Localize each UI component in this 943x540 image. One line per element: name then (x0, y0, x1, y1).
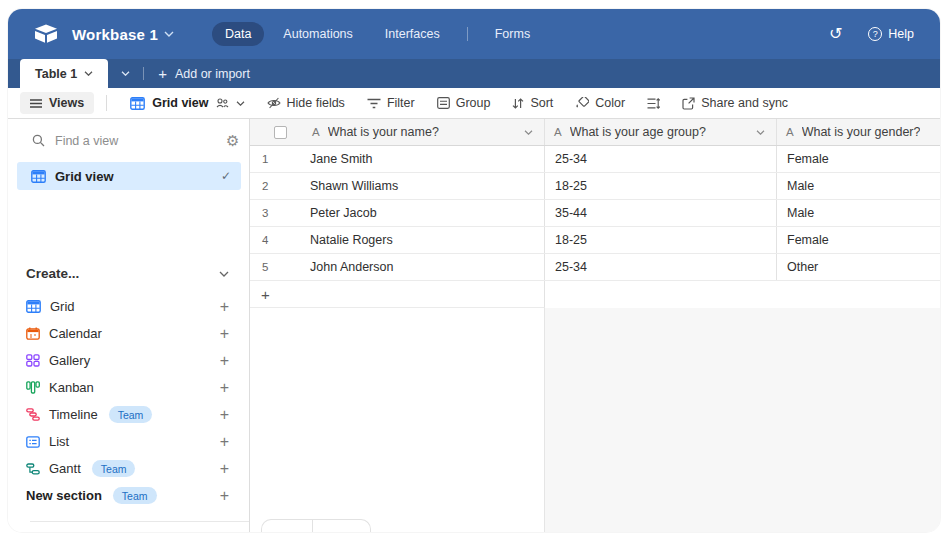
cell-age-group[interactable]: 18-25 (555, 233, 587, 247)
help-button[interactable]: ? Help (868, 27, 914, 41)
hide-fields-button[interactable]: Hide fields (267, 96, 345, 110)
column-header-gender[interactable]: A What is your gender? (777, 119, 940, 145)
table-row[interactable]: 1Jane Smith 25-34 Female (250, 146, 940, 173)
cell-name[interactable]: Peter Jacob (310, 206, 377, 220)
column-header-age-group[interactable]: A What is your age group? (545, 119, 777, 145)
gantt-icon (26, 463, 40, 475)
cell-name[interactable]: Natalie Rogers (310, 233, 393, 247)
plus-icon[interactable]: + (220, 353, 229, 369)
column-header-name[interactable]: A What is your name? (250, 119, 545, 145)
cell-gender[interactable]: Male (787, 206, 814, 220)
create-item-new-section[interactable]: New section Team + (8, 482, 249, 509)
cell-age-group[interactable]: 25-34 (555, 152, 587, 166)
share-and-sync-button[interactable]: Share and sync (682, 96, 788, 110)
search-icon (32, 134, 45, 147)
create-item-label: Gallery (49, 353, 90, 368)
bottom-toolbar-remnant[interactable] (261, 519, 371, 532)
create-item-list[interactable]: List + (8, 428, 249, 455)
grid-area: A What is your name? A What is your age … (250, 119, 940, 532)
cell-name[interactable]: Jane Smith (310, 152, 373, 166)
base-title[interactable]: Workbase 1 (72, 26, 158, 43)
row-height-icon (647, 98, 660, 109)
plus-icon[interactable]: + (220, 299, 229, 315)
nav-tab-data[interactable]: Data (212, 22, 264, 46)
topbar-right: ↺ ? Help (829, 26, 914, 42)
filter-button[interactable]: Filter (367, 96, 415, 110)
row-height-button[interactable] (647, 98, 660, 109)
create-item-gantt[interactable]: Gantt Team + (8, 455, 249, 482)
create-collapse-chevron-icon (219, 271, 229, 277)
plus-icon[interactable]: + (220, 434, 229, 450)
cell-age-group[interactable]: 18-25 (555, 179, 587, 193)
create-item-gallery[interactable]: Gallery + (8, 347, 249, 374)
current-view-label: Grid view (152, 96, 208, 110)
nav-tab-automations[interactable]: Automations (270, 22, 365, 46)
create-item-calendar[interactable]: Calendar + (8, 320, 249, 347)
gear-icon[interactable]: ⚙ (226, 133, 239, 148)
find-a-view-input[interactable] (55, 134, 216, 148)
gallery-icon (26, 354, 40, 367)
top-navigation: Data Automations Interfaces Forms (212, 22, 543, 46)
create-item-label: List (49, 434, 69, 449)
add-or-import-button[interactable]: + Add or import (144, 59, 264, 88)
view-chevron-icon (236, 101, 245, 106)
add-record-plus-icon[interactable]: + (261, 287, 270, 302)
cell-gender[interactable]: Female (787, 152, 829, 166)
plus-icon[interactable]: + (220, 407, 229, 423)
content-area: ⚙ Grid view ✓ Create... (8, 119, 940, 532)
group-label: Group (456, 96, 491, 110)
check-icon: ✓ (221, 169, 231, 183)
eye-slash-icon (267, 97, 281, 109)
select-all-checkbox[interactable] (274, 126, 287, 139)
kanban-icon (26, 381, 40, 394)
table-row[interactable]: 3Peter Jacob 35-44 Male (250, 200, 940, 227)
group-button[interactable]: Group (437, 96, 491, 110)
share-and-sync-label: Share and sync (701, 96, 788, 110)
views-button[interactable]: Views (20, 92, 94, 114)
create-item-timeline[interactable]: Timeline Team + (8, 401, 249, 428)
cell-name[interactable]: John Anderson (310, 260, 393, 274)
add-or-import-label: Add or import (175, 67, 250, 81)
grid-header-row: A What is your name? A What is your age … (250, 119, 940, 146)
color-button[interactable]: Color (575, 96, 625, 110)
filter-label: Filter (387, 96, 415, 110)
column-chevron-icon[interactable] (756, 130, 765, 135)
current-view-button[interactable]: Grid view (130, 96, 244, 110)
table-tab-label: Table 1 (35, 67, 77, 81)
create-item-kanban[interactable]: Kanban + (8, 374, 249, 401)
question-circle-icon: ? (868, 27, 882, 41)
hide-fields-label: Hide fields (287, 96, 345, 110)
tables-dropdown-button[interactable] (108, 59, 143, 88)
cell-age-group[interactable]: 25-34 (555, 260, 587, 274)
table-row[interactable]: 4Natalie Rogers 18-25 Female (250, 227, 940, 254)
history-icon[interactable]: ↺ (829, 26, 842, 42)
cell-gender[interactable]: Female (787, 233, 829, 247)
sidebar-view-grid-view[interactable]: Grid view ✓ (17, 162, 241, 190)
color-icon (575, 97, 589, 109)
table-tabs-bar: Table 1 + Add or import (8, 59, 940, 88)
cell-name[interactable]: Shawn Williams (310, 179, 398, 193)
cell-gender[interactable]: Male (787, 179, 814, 193)
plus-icon[interactable]: + (220, 326, 229, 342)
sidebar-bottom-divider (30, 521, 249, 522)
cell-gender[interactable]: Other (787, 260, 818, 274)
table-row[interactable]: 2Shawn Williams 18-25 Male (250, 173, 940, 200)
plus-icon[interactable]: + (220, 488, 229, 504)
cell-age-group[interactable]: 35-44 (555, 206, 587, 220)
nav-tab-interfaces[interactable]: Interfaces (372, 22, 453, 46)
plus-icon[interactable]: + (220, 461, 229, 477)
column-title: What is your age group? (570, 125, 706, 139)
column-chevron-icon[interactable] (524, 130, 533, 135)
hamburger-icon (30, 99, 42, 108)
table-row[interactable]: 5John Anderson 25-34 Other (250, 254, 940, 281)
create-section-header[interactable]: Create... (8, 266, 249, 281)
nav-tab-forms[interactable]: Forms (482, 22, 543, 46)
add-record-row[interactable]: + (250, 281, 940, 308)
row-number: 5 (262, 261, 284, 273)
create-item-grid[interactable]: Grid + (8, 293, 249, 320)
grid-icon (26, 300, 41, 313)
sort-button[interactable]: Sort (512, 96, 553, 110)
table-tab-active[interactable]: Table 1 (20, 59, 108, 88)
base-title-chevron-icon[interactable] (164, 31, 174, 37)
plus-icon[interactable]: + (220, 380, 229, 396)
